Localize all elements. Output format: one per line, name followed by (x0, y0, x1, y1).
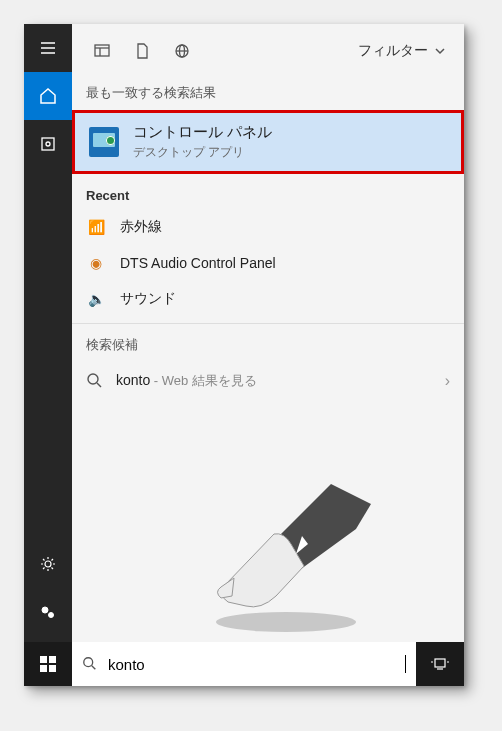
text-caret (405, 655, 406, 673)
recent-item[interactable]: 🔈 サウンド (72, 281, 464, 317)
hamburger-menu[interactable] (24, 24, 72, 72)
result-title: コントロール パネル (133, 123, 272, 142)
recent-item[interactable]: ◉ DTS Audio Control Panel (72, 245, 464, 281)
recent-label: Recent (72, 176, 464, 209)
search-icon (86, 372, 104, 390)
web-scope-icon[interactable] (162, 31, 202, 71)
infrared-icon: 📶 (86, 217, 106, 237)
chevron-down-icon (434, 45, 446, 57)
control-panel-icon (89, 127, 119, 157)
start-button[interactable] (24, 642, 72, 686)
best-match-label: 最も一致する検索結果 (72, 78, 464, 110)
documents-scope-icon[interactable] (122, 31, 162, 71)
suggestions-label: 検索候補 (72, 324, 464, 362)
feedback-button[interactable] (24, 588, 72, 636)
filter-label: フィルター (358, 42, 428, 60)
recent-item-label: DTS Audio Control Panel (120, 255, 276, 271)
panel-header: フィルター (72, 24, 464, 78)
svg-rect-14 (49, 656, 56, 663)
svg-point-17 (84, 658, 93, 667)
svg-point-2 (45, 561, 51, 567)
recent-item-label: 赤外線 (120, 218, 162, 236)
svg-rect-5 (95, 45, 109, 56)
windows-icon (40, 656, 56, 672)
recent-item[interactable]: 📶 赤外線 (72, 209, 464, 245)
svg-point-3 (42, 607, 48, 613)
svg-point-1 (46, 142, 50, 146)
svg-rect-0 (42, 138, 54, 150)
suggestion-text: konto - Web 結果を見る (116, 372, 433, 390)
svg-point-4 (49, 613, 54, 618)
task-view-icon (431, 657, 449, 671)
home-button[interactable] (24, 72, 72, 120)
svg-rect-15 (40, 665, 47, 672)
search-input[interactable] (108, 656, 403, 673)
svg-line-18 (92, 666, 96, 670)
chevron-right-icon: › (445, 372, 450, 390)
best-match-result[interactable]: コントロール パネル デスクトップ アプリ (72, 110, 464, 174)
settings-gear-button[interactable] (24, 540, 72, 588)
filter-dropdown[interactable]: フィルター (350, 42, 454, 60)
svg-line-12 (97, 383, 101, 387)
taskbar (24, 642, 464, 686)
svg-rect-16 (49, 665, 56, 672)
timeline-button[interactable] (24, 120, 72, 168)
task-view-button[interactable] (416, 642, 464, 686)
recent-item-label: サウンド (120, 290, 176, 308)
dts-audio-icon: ◉ (86, 253, 106, 273)
sound-icon: 🔈 (86, 289, 106, 309)
web-suggestion[interactable]: konto - Web 結果を見る › (72, 362, 464, 400)
taskbar-search[interactable] (72, 642, 416, 686)
svg-rect-19 (435, 659, 445, 667)
svg-point-11 (88, 374, 98, 384)
search-icon (82, 656, 98, 672)
apps-scope-icon[interactable] (82, 31, 122, 71)
result-subtitle: デスクトップ アプリ (133, 144, 272, 161)
svg-rect-13 (40, 656, 47, 663)
